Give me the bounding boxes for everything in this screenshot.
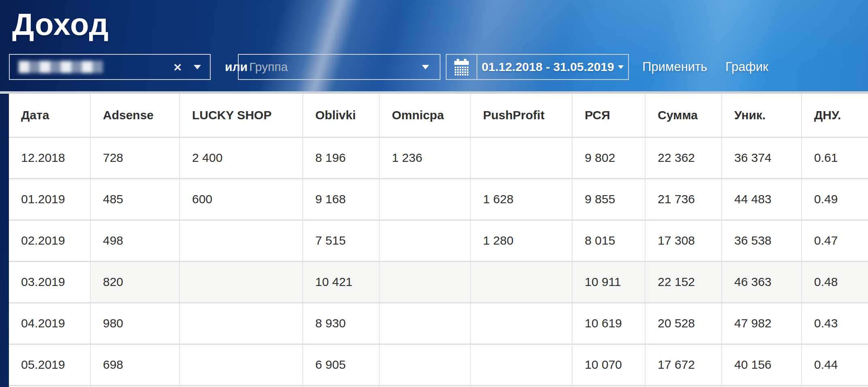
cell-dnu: 0.61 [802,137,868,178]
cell-omnicpa: 1 236 [379,137,470,178]
table-row[interactable]: 04.2019 980 8 930 10 619 20 528 47 982 0… [9,303,868,344]
cell-sum: 17 308 [645,220,722,261]
cell-dnu: 0.49 [802,178,868,220]
site-select[interactable]: × [9,54,211,80]
cell-adsense: 980 [90,303,180,344]
cell-omnicpa [379,303,470,344]
column-header-omnicpa: Omnicpa [379,94,470,137]
cell-uniques: 44 483 [722,178,802,220]
column-header-oblivki: Oblivki [303,94,379,137]
column-header-uniques: Уник. [722,94,802,137]
cell-dnu: 0.43 [802,303,868,344]
apply-button[interactable]: Применить [642,54,707,80]
cell-uniques: 40 156 [722,344,802,385]
income-table-container: Дата Adsense LUCKY SHOP Oblivki Omnicpa … [9,94,868,387]
cell-date: 05.2019 [9,344,90,385]
cell-sum: 21 736 [645,178,722,220]
chevron-down-icon [618,65,624,69]
income-table: Дата Adsense LUCKY SHOP Oblivki Omnicpa … [9,94,868,387]
chevron-down-icon[interactable] [422,65,429,69]
cell-omnicpa [379,220,470,261]
clear-icon[interactable]: × [173,60,182,74]
column-header-dnu: ДНУ. [802,94,868,137]
cell-uniques: 36 538 [722,220,802,261]
column-header-pushprofit: PushProfit [470,94,572,137]
table-row-highlighted[interactable]: 03.2019 820 10 421 10 911 22 152 46 363 … [9,261,868,303]
censored-site-name [19,61,103,73]
cell-oblivki: 8 930 [303,303,379,344]
cell-rsya: 9 802 [572,137,645,178]
cell-date: 04.2019 [9,303,90,344]
cell-omnicpa [379,344,470,385]
chevron-down-icon[interactable] [194,65,201,69]
date-range-text: 01.12.2018 - 31.05.2019 [482,60,614,74]
page-title: Доход [12,6,109,42]
cell-oblivki: 10 421 [303,261,379,303]
cell-rsya: 10 070 [572,344,645,385]
cell-lucky-shop [180,303,303,344]
filter-bar: × или Группа [9,54,868,80]
cell-pushprofit: 1 280 [470,220,572,261]
calendar-icon[interactable] [447,55,477,79]
cell-sum: 22 362 [645,137,722,178]
cell-pushprofit [470,261,572,303]
cell-omnicpa [379,261,470,303]
cell-pushprofit [470,137,572,178]
cell-rsya: 8 015 [572,220,645,261]
cell-uniques: 46 363 [722,261,802,303]
cell-date: 12.2018 [9,137,90,178]
column-header-date: Дата [9,94,90,137]
cell-date: 03.2019 [9,261,90,303]
cell-sum: 20 528 [645,303,722,344]
column-header-lucky-shop: LUCKY SHOP [180,94,303,137]
date-range-value[interactable]: 01.12.2018 - 31.05.2019 [477,55,628,79]
chart-button[interactable]: График [725,54,768,80]
cell-omnicpa [379,178,470,220]
cell-rsya: 9 855 [572,178,645,220]
cell-oblivki: 6 905 [303,344,379,385]
cell-uniques: 36 374 [722,137,802,178]
cell-date: 02.2019 [9,220,90,261]
cell-adsense: 728 [90,137,180,178]
cell-pushprofit [470,303,572,344]
cell-pushprofit: 1 628 [470,178,572,220]
cell-dnu: 0.47 [802,220,868,261]
table-row-partial [9,385,868,387]
group-select[interactable]: Группа [238,54,440,80]
cell-adsense: 698 [90,344,180,385]
column-header-adsense: Adsense [90,94,180,137]
cell-lucky-shop [180,344,303,385]
cell-lucky-shop: 2 400 [180,137,303,178]
group-placeholder: Группа [249,60,288,74]
column-header-rsya: РСЯ [572,94,645,137]
cell-adsense: 498 [90,220,180,261]
cell-adsense: 485 [90,178,180,220]
cell-oblivki: 9 168 [303,178,379,220]
cell-lucky-shop [180,261,303,303]
column-header-sum: Сумма [645,94,722,137]
cell-adsense: 820 [90,261,180,303]
cell-rsya: 10 619 [572,303,645,344]
cell-pushprofit [470,344,572,385]
cell-dnu: 0.44 [802,344,868,385]
cell-dnu: 0.48 [802,261,868,303]
cell-rsya: 10 911 [572,261,645,303]
table-header-row: Дата Adsense LUCKY SHOP Oblivki Omnicpa … [9,94,868,137]
cell-oblivki: 7 515 [303,220,379,261]
cell-lucky-shop: 600 [180,178,303,220]
cell-date: 01.2019 [9,178,90,220]
cell-sum: 22 152 [645,261,722,303]
cell-lucky-shop [180,220,303,261]
income-page: Доход × или Группа [0,0,868,387]
calendar-icon-glyph [454,59,469,75]
table-row[interactable]: 01.2019 485 600 9 168 1 628 9 855 21 736… [9,178,868,220]
table-row[interactable]: 02.2019 498 7 515 1 280 8 015 17 308 36 … [9,220,868,261]
date-range-picker[interactable]: 01.12.2018 - 31.05.2019 [446,54,629,80]
cell-uniques: 47 982 [722,303,802,344]
cell-oblivki: 8 196 [303,137,379,178]
table-row[interactable]: 12.2018 728 2 400 8 196 1 236 9 802 22 3… [9,137,868,178]
table-row[interactable]: 05.2019 698 6 905 10 070 17 672 40 156 0… [9,344,868,385]
cell-sum: 17 672 [645,344,722,385]
